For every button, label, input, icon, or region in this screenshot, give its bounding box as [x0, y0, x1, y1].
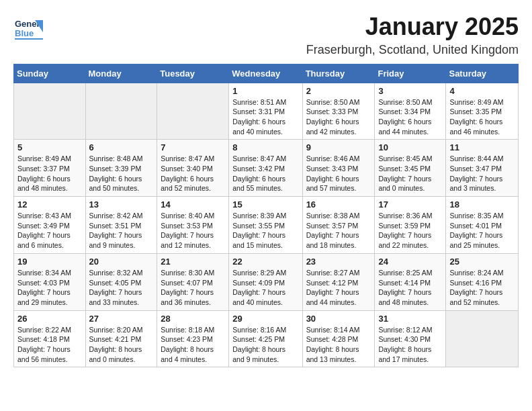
weekday-header-thursday: Thursday: [302, 64, 375, 83]
weekday-header-sunday: Sunday: [14, 64, 86, 83]
day-info: Sunrise: 8:46 AMSunset: 3:43 PMDaylight:…: [306, 154, 371, 193]
calendar-cell: 4Sunrise: 8:49 AMSunset: 3:35 PMDaylight…: [446, 83, 519, 140]
calendar-cell: 28Sunrise: 8:18 AMSunset: 4:23 PMDayligh…: [157, 310, 229, 367]
page-header: General Blue January 2025 Fraserburgh, S…: [13, 13, 519, 57]
calendar-cell: 27Sunrise: 8:20 AMSunset: 4:21 PMDayligh…: [85, 310, 157, 367]
day-number: 13: [89, 199, 154, 210]
day-info: Sunrise: 8:18 AMSunset: 4:23 PMDaylight:…: [161, 325, 225, 365]
day-info: Sunrise: 8:48 AMSunset: 3:39 PMDaylight:…: [89, 154, 154, 193]
day-info: Sunrise: 8:51 AMSunset: 3:31 PMDaylight:…: [232, 97, 298, 137]
day-info: Sunrise: 8:42 AMSunset: 3:51 PMDaylight:…: [89, 211, 154, 250]
day-info: Sunrise: 8:39 AMSunset: 3:55 PMDaylight:…: [232, 211, 298, 250]
day-number: 25: [449, 257, 515, 267]
day-number: 7: [161, 142, 225, 152]
calendar-cell: 6Sunrise: 8:48 AMSunset: 3:39 PMDaylight…: [85, 140, 157, 197]
logo-icon: General Blue: [13, 13, 43, 43]
day-info: Sunrise: 8:40 AMSunset: 3:53 PMDaylight:…: [161, 211, 225, 250]
day-number: 15: [232, 199, 298, 210]
calendar-cell: 9Sunrise: 8:46 AMSunset: 3:43 PMDaylight…: [302, 140, 375, 197]
calendar-cell: 20Sunrise: 8:32 AMSunset: 4:05 PMDayligh…: [85, 253, 157, 310]
day-number: 27: [89, 314, 154, 324]
day-info: Sunrise: 8:30 AMSunset: 4:07 PMDaylight:…: [161, 268, 225, 308]
calendar-cell: 31Sunrise: 8:12 AMSunset: 4:30 PMDayligh…: [375, 310, 446, 367]
calendar-cell: 19Sunrise: 8:34 AMSunset: 4:03 PMDayligh…: [14, 253, 86, 310]
day-number: 29: [232, 314, 298, 324]
day-info: Sunrise: 8:45 AMSunset: 3:45 PMDaylight:…: [378, 154, 442, 193]
calendar-cell: 5Sunrise: 8:49 AMSunset: 3:37 PMDaylight…: [14, 140, 86, 197]
calendar-cell: 1Sunrise: 8:51 AMSunset: 3:31 PMDaylight…: [229, 83, 302, 140]
location-title: Fraserburgh, Scotland, United Kingdom: [306, 43, 519, 57]
calendar-cell: 26Sunrise: 8:22 AMSunset: 4:18 PMDayligh…: [14, 310, 86, 367]
calendar-cell: 3Sunrise: 8:50 AMSunset: 3:34 PMDaylight…: [375, 83, 446, 140]
day-info: Sunrise: 8:43 AMSunset: 3:49 PMDaylight:…: [17, 211, 82, 250]
weekday-header-saturday: Saturday: [446, 64, 519, 83]
day-number: 24: [378, 257, 442, 267]
day-info: Sunrise: 8:34 AMSunset: 4:03 PMDaylight:…: [17, 268, 82, 308]
day-info: Sunrise: 8:29 AMSunset: 4:09 PMDaylight:…: [232, 268, 298, 308]
calendar-cell: 29Sunrise: 8:16 AMSunset: 4:25 PMDayligh…: [229, 310, 302, 367]
day-info: Sunrise: 8:16 AMSunset: 4:25 PMDaylight:…: [232, 325, 298, 365]
calendar-table: SundayMondayTuesdayWednesdayThursdayFrid…: [13, 64, 519, 368]
day-info: Sunrise: 8:25 AMSunset: 4:14 PMDaylight:…: [378, 268, 442, 308]
calendar-week-3: 12Sunrise: 8:43 AMSunset: 3:49 PMDayligh…: [14, 197, 519, 254]
day-number: 18: [449, 199, 515, 210]
calendar-week-4: 19Sunrise: 8:34 AMSunset: 4:03 PMDayligh…: [14, 253, 519, 310]
calendar-cell: 25Sunrise: 8:24 AMSunset: 4:16 PMDayligh…: [446, 253, 519, 310]
day-info: Sunrise: 8:50 AMSunset: 3:33 PMDaylight:…: [306, 97, 371, 137]
calendar-cell: 24Sunrise: 8:25 AMSunset: 4:14 PMDayligh…: [375, 253, 446, 310]
calendar-cell: 16Sunrise: 8:38 AMSunset: 3:57 PMDayligh…: [302, 197, 375, 254]
calendar-cell: 15Sunrise: 8:39 AMSunset: 3:55 PMDayligh…: [229, 197, 302, 254]
calendar-cell: 8Sunrise: 8:47 AMSunset: 3:42 PMDaylight…: [229, 140, 302, 197]
day-number: 2: [306, 86, 371, 96]
calendar-cell: 18Sunrise: 8:35 AMSunset: 4:01 PMDayligh…: [446, 197, 519, 254]
day-number: 23: [306, 257, 371, 267]
calendar-cell: 11Sunrise: 8:44 AMSunset: 3:47 PMDayligh…: [446, 140, 519, 197]
svg-text:Blue: Blue: [15, 28, 34, 38]
calendar-cell: 13Sunrise: 8:42 AMSunset: 3:51 PMDayligh…: [85, 197, 157, 254]
day-number: 17: [378, 199, 442, 210]
day-number: 14: [161, 199, 225, 210]
weekday-header-row: SundayMondayTuesdayWednesdayThursdayFrid…: [14, 64, 519, 83]
weekday-header-friday: Friday: [375, 64, 446, 83]
day-number: 1: [232, 86, 298, 96]
month-title: January 2025: [306, 13, 519, 40]
calendar-cell: 17Sunrise: 8:36 AMSunset: 3:59 PMDayligh…: [375, 197, 446, 254]
day-number: 20: [89, 257, 154, 267]
day-info: Sunrise: 8:35 AMSunset: 4:01 PMDaylight:…: [449, 211, 515, 250]
day-info: Sunrise: 8:36 AMSunset: 3:59 PMDaylight:…: [378, 211, 442, 250]
day-info: Sunrise: 8:44 AMSunset: 3:47 PMDaylight:…: [449, 154, 515, 193]
weekday-header-monday: Monday: [85, 64, 157, 83]
day-number: 28: [161, 314, 225, 324]
day-number: 9: [306, 142, 371, 152]
day-number: 26: [17, 314, 82, 324]
logo: General Blue: [13, 13, 43, 43]
day-info: Sunrise: 8:47 AMSunset: 3:42 PMDaylight:…: [232, 154, 298, 193]
day-number: 8: [232, 142, 298, 152]
calendar-cell: [446, 310, 519, 367]
day-info: Sunrise: 8:38 AMSunset: 3:57 PMDaylight:…: [306, 211, 371, 250]
calendar-cell: 7Sunrise: 8:47 AMSunset: 3:40 PMDaylight…: [157, 140, 229, 197]
calendar-cell: 30Sunrise: 8:14 AMSunset: 4:28 PMDayligh…: [302, 310, 375, 367]
day-number: 10: [378, 142, 442, 152]
calendar-cell: [14, 83, 86, 140]
day-info: Sunrise: 8:14 AMSunset: 4:28 PMDaylight:…: [306, 325, 371, 365]
day-info: Sunrise: 8:20 AMSunset: 4:21 PMDaylight:…: [89, 325, 154, 365]
day-number: 21: [161, 257, 225, 267]
day-number: 16: [306, 199, 371, 210]
calendar-cell: 22Sunrise: 8:29 AMSunset: 4:09 PMDayligh…: [229, 253, 302, 310]
calendar-cell: 23Sunrise: 8:27 AMSunset: 4:12 PMDayligh…: [302, 253, 375, 310]
calendar-week-2: 5Sunrise: 8:49 AMSunset: 3:37 PMDaylight…: [14, 140, 519, 197]
day-info: Sunrise: 8:49 AMSunset: 3:35 PMDaylight:…: [449, 97, 515, 137]
calendar-cell: 21Sunrise: 8:30 AMSunset: 4:07 PMDayligh…: [157, 253, 229, 310]
calendar-week-1: 1Sunrise: 8:51 AMSunset: 3:31 PMDaylight…: [14, 83, 519, 140]
day-number: 31: [378, 314, 442, 324]
day-info: Sunrise: 8:27 AMSunset: 4:12 PMDaylight:…: [306, 268, 371, 308]
day-number: 22: [232, 257, 298, 267]
day-number: 19: [17, 257, 82, 267]
day-number: 6: [89, 142, 154, 152]
day-number: 4: [449, 86, 515, 96]
calendar-cell: [85, 83, 157, 140]
day-info: Sunrise: 8:50 AMSunset: 3:34 PMDaylight:…: [378, 97, 442, 137]
day-number: 30: [306, 314, 371, 324]
calendar-week-5: 26Sunrise: 8:22 AMSunset: 4:18 PMDayligh…: [14, 310, 519, 367]
